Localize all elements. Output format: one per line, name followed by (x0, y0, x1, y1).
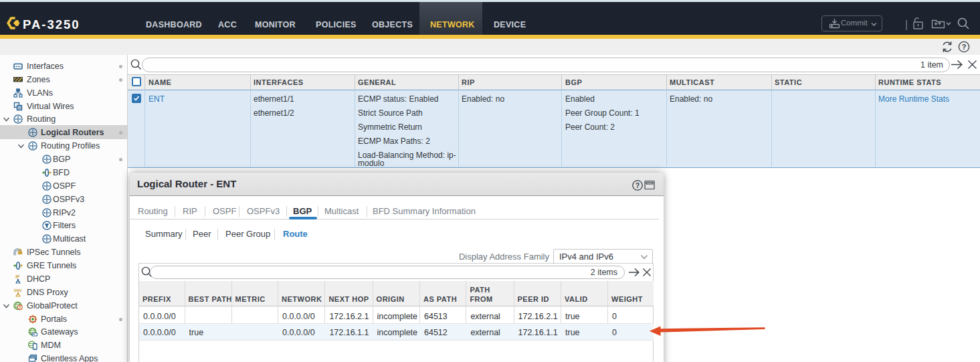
svg-text:DNS: DNS (14, 288, 22, 292)
svg-text:?: ? (635, 181, 640, 189)
svg-text:?: ? (962, 43, 967, 51)
svg-text:IP: IP (15, 274, 20, 279)
